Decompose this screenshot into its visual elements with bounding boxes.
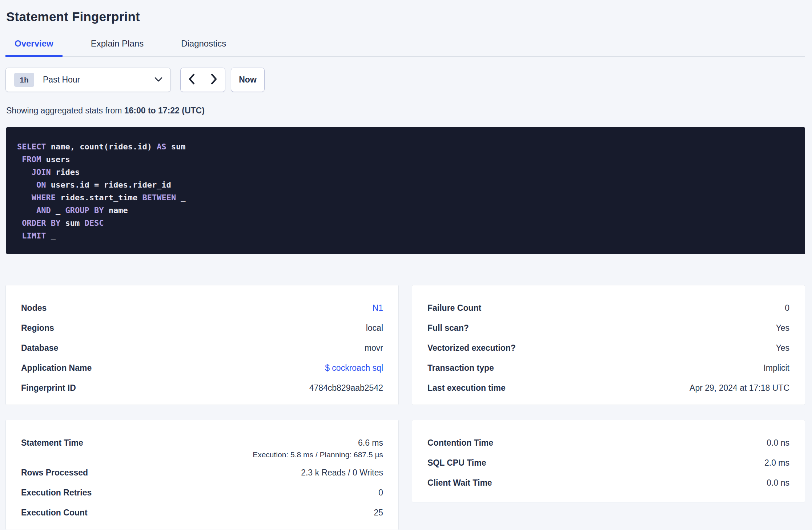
stat-value-group: N1 bbox=[373, 303, 383, 313]
tab-bar: OverviewExplain PlansDiagnostics bbox=[5, 39, 805, 57]
stat-label: Nodes bbox=[21, 303, 47, 313]
stat-value-group: 0.0 ns bbox=[767, 438, 789, 448]
sql-text: _ bbox=[46, 231, 56, 240]
stat-value-group: 0 bbox=[378, 488, 383, 498]
stat-value-group: $ cockroach sql bbox=[325, 363, 383, 373]
time-range-dropdown[interactable]: 1h Past Hour bbox=[5, 68, 171, 92]
sql-text bbox=[17, 168, 32, 177]
sql-keyword: ON bbox=[36, 180, 46, 189]
stat-value-group: 25 bbox=[374, 508, 383, 518]
stat-value: Yes bbox=[776, 323, 789, 333]
stat-value: 25 bbox=[374, 508, 383, 518]
stat-label: Vectorized execution? bbox=[427, 343, 516, 353]
stat-value: local bbox=[366, 323, 383, 333]
time-range-badge: 1h bbox=[14, 73, 34, 87]
sql-line: AND _ GROUP BY name bbox=[17, 204, 794, 217]
sql-text: rides bbox=[51, 168, 80, 177]
statement-fingerprint-page: Statement Fingerprint OverviewExplain Pl… bbox=[0, 0, 812, 530]
sql-statement-box: SELECT name, count(rides.id) AS sum FROM… bbox=[6, 127, 805, 254]
stat-label: Full scan? bbox=[427, 323, 469, 333]
stat-row: Rows Processed2.3 k Reads / 0 Writes bbox=[21, 468, 383, 488]
stat-row: Full scan?Yes bbox=[427, 323, 789, 343]
stat-value-group: local bbox=[366, 323, 383, 333]
stat-value: Apr 29, 2024 at 17:18 UTC bbox=[690, 383, 789, 393]
sql-line: ORDER BY sum DESC bbox=[17, 217, 794, 229]
statement-stats-card: Statement Time6.6 msExecution: 5.8 ms / … bbox=[5, 420, 399, 530]
stat-value: movr bbox=[365, 343, 383, 353]
sql-text bbox=[17, 180, 36, 189]
stat-value-group: 6.6 msExecution: 5.8 ms / Planning: 687.… bbox=[253, 438, 383, 459]
previous-time-button[interactable] bbox=[181, 68, 203, 92]
stat-value-group: 4784cb829aab2542 bbox=[309, 383, 383, 393]
tab-explain-plans[interactable]: Explain Plans bbox=[82, 39, 153, 57]
sql-keyword: AS bbox=[157, 142, 166, 151]
stat-value-group: Apr 29, 2024 at 17:18 UTC bbox=[690, 383, 789, 393]
stat-label: Rows Processed bbox=[21, 468, 88, 478]
page-title: Statement Fingerprint bbox=[6, 9, 805, 24]
stat-value-group: 0 bbox=[785, 303, 789, 313]
stat-value-link[interactable]: $ cockroach sql bbox=[325, 363, 383, 373]
sql-text: name, count(rides.id) bbox=[46, 142, 157, 151]
stat-value-group: 0.0 ns bbox=[767, 478, 789, 488]
stat-row: Databasemovr bbox=[21, 343, 383, 363]
stat-label: Regions bbox=[21, 323, 54, 333]
sql-keyword: ORDER BY bbox=[22, 218, 60, 228]
sql-text bbox=[17, 206, 36, 215]
stat-label: Contention Time bbox=[427, 438, 493, 448]
sql-text: name bbox=[104, 206, 128, 215]
sql-text bbox=[17, 155, 22, 164]
execution-attributes-card: Failure Count0Full scan?YesVectorized ex… bbox=[412, 285, 805, 405]
tab-overview[interactable]: Overview bbox=[5, 39, 63, 57]
sql-keyword: GROUP BY bbox=[65, 206, 104, 215]
stat-value: 0 bbox=[378, 488, 383, 498]
sql-line: LIMIT _ bbox=[17, 229, 794, 242]
stat-value: 6.6 ms bbox=[358, 438, 383, 448]
stat-label: Database bbox=[21, 343, 58, 353]
stat-value-group: Implicit bbox=[763, 363, 789, 373]
stat-subvalue: Execution: 5.8 ms / Planning: 687.5 µs bbox=[253, 450, 383, 459]
stat-value: 4784cb829aab2542 bbox=[309, 383, 383, 393]
stat-value: Implicit bbox=[763, 363, 789, 373]
sql-text bbox=[17, 231, 22, 240]
stat-value: 2.3 k Reads / 0 Writes bbox=[301, 468, 383, 478]
stat-value: 0.0 ns bbox=[767, 478, 789, 488]
chevron-right-icon bbox=[210, 73, 217, 86]
stat-row: NodesN1 bbox=[21, 303, 383, 323]
time-picker-row: 1h Past Hour Now bbox=[5, 68, 805, 92]
stat-value-group: Yes bbox=[776, 323, 789, 333]
now-button[interactable]: Now bbox=[231, 68, 265, 92]
stat-value-group: 2.0 ms bbox=[764, 458, 789, 468]
stat-label: Execution Retries bbox=[21, 488, 92, 498]
stat-value: 0 bbox=[785, 303, 789, 313]
sql-keyword: WHERE bbox=[32, 193, 56, 202]
sql-text: _ bbox=[51, 206, 65, 215]
time-stats-card: Contention Time0.0 nsSQL CPU Time2.0 msC… bbox=[412, 420, 805, 502]
time-range-label: Past Hour bbox=[43, 75, 154, 85]
stat-row: Contention Time0.0 ns bbox=[427, 438, 789, 458]
stat-row: Fingerprint ID4784cb829aab2542 bbox=[21, 383, 383, 403]
sql-text bbox=[17, 218, 22, 228]
sql-line: FROM users bbox=[17, 153, 794, 166]
sql-keyword: AND bbox=[36, 206, 51, 215]
stat-value-group: 2.3 k Reads / 0 Writes bbox=[301, 468, 383, 478]
stat-label: Transaction type bbox=[427, 363, 494, 373]
stat-label: SQL CPU Time bbox=[427, 458, 486, 468]
sql-text: sum bbox=[166, 142, 186, 151]
sql-keyword: BETWEEN bbox=[142, 193, 176, 202]
tab-diagnostics[interactable]: Diagnostics bbox=[172, 39, 235, 57]
sql-text: sum bbox=[60, 218, 84, 228]
sql-line: WHERE rides.start_time BETWEEN _ bbox=[17, 191, 794, 204]
sql-keyword: JOIN bbox=[32, 168, 51, 177]
overview-card: NodesN1RegionslocalDatabasemovrApplicati… bbox=[5, 285, 399, 405]
sql-text: users bbox=[41, 155, 70, 164]
stat-row: Last execution timeApr 29, 2024 at 17:18… bbox=[427, 383, 789, 403]
next-time-button[interactable] bbox=[203, 68, 225, 92]
stat-value-group: Yes bbox=[776, 343, 789, 353]
sql-keyword: SELECT bbox=[17, 142, 46, 151]
stat-value: Yes bbox=[776, 343, 789, 353]
sql-text: _ bbox=[176, 193, 186, 202]
summary-cards-row: NodesN1RegionslocalDatabasemovrApplicati… bbox=[5, 285, 805, 405]
stat-value-link[interactable]: N1 bbox=[373, 303, 383, 313]
chevron-down-icon bbox=[154, 77, 162, 83]
stat-row: Execution Count25 bbox=[21, 508, 383, 528]
